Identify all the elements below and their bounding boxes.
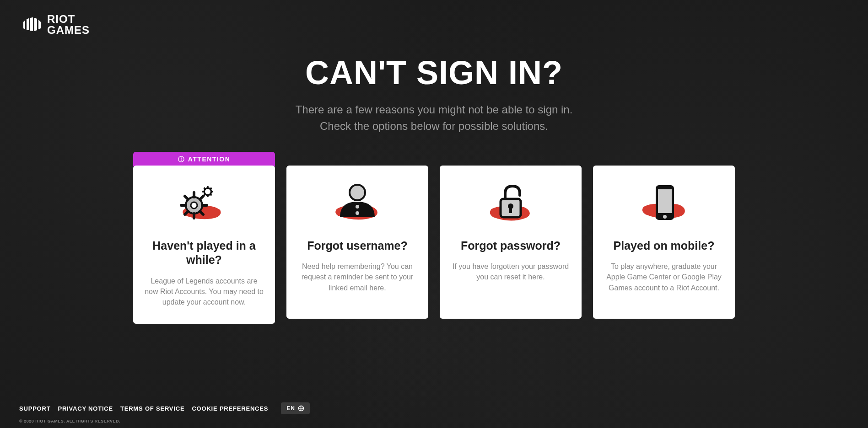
gear-icon [144, 179, 264, 230]
main-content: CAN'T SIGN IN? There are a few reasons y… [0, 49, 868, 394]
card-forgot-password: Forgot password? If you have forgotten y… [440, 166, 582, 324]
card-played-mobile-body[interactable]: Played on mobile? To play anywhere, grad… [593, 166, 735, 319]
svg-rect-29 [658, 189, 672, 213]
svg-point-23 [356, 205, 359, 209]
footer-link-terms[interactable]: TERMS OF SERVICE [120, 405, 184, 412]
logo-text: RIOT GAMES [47, 14, 90, 36]
footer: SUPPORT PRIVACY NOTICE TERMS OF SERVICE … [0, 394, 868, 428]
card-title: Played on mobile? [604, 239, 724, 253]
footer-links: SUPPORT PRIVACY NOTICE TERMS OF SERVICE … [19, 402, 849, 414]
svg-line-21 [200, 196, 203, 199]
svg-point-22 [350, 185, 365, 200]
card-title: Forgot password? [451, 239, 571, 253]
card-desc: To play anywhere, graduate your Apple Ga… [604, 261, 724, 293]
alert-icon [178, 156, 184, 162]
svg-point-2 [181, 160, 182, 161]
card-title: Haven't played in a while? [144, 239, 264, 268]
card-desc: If you have forgotten your password you … [451, 261, 571, 282]
page-subtitle: There are a few reasons you might not be… [296, 102, 573, 134]
svg-line-11 [210, 188, 212, 189]
mobile-icon [604, 179, 724, 230]
lock-icon [451, 179, 571, 230]
svg-point-24 [356, 211, 359, 215]
card-forgot-username-body[interactable]: Forgot username? Need help remembering? … [286, 166, 428, 319]
footer-link-support[interactable]: SUPPORT [19, 405, 50, 412]
fist-icon [21, 14, 43, 36]
user-icon [297, 179, 417, 230]
svg-line-8 [204, 188, 205, 189]
svg-point-13 [191, 202, 197, 209]
copyright: © 2020 RIOT GAMES. ALL RIGHTS RESERVED. [19, 419, 849, 423]
card-forgot-password-body[interactable]: Forgot password? If you have forgotten y… [440, 166, 582, 319]
riot-games-logo[interactable]: RIOT GAMES [21, 14, 847, 36]
card-havent-played: ATTENTION [133, 166, 275, 324]
svg-line-9 [210, 194, 212, 196]
attention-banner: ATTENTION [133, 152, 275, 166]
page-title: CAN'T SIGN IN? [305, 54, 563, 91]
footer-link-privacy[interactable]: PRIVACY NOTICE [58, 405, 113, 412]
card-forgot-username: Forgot username? Need help remembering? … [286, 166, 428, 324]
card-played-mobile: Played on mobile? To play anywhere, grad… [593, 166, 735, 324]
svg-rect-1 [181, 158, 181, 160]
globe-icon [298, 405, 304, 412]
card-desc: Need help remembering? You can request a… [297, 261, 417, 293]
cards-container: ATTENTION [133, 152, 735, 324]
svg-rect-27 [509, 207, 512, 213]
card-havent-played-body[interactable]: Haven't played in a while? League of Leg… [133, 166, 275, 324]
svg-point-3 [204, 188, 211, 195]
header: RIOT GAMES [0, 0, 868, 49]
card-title: Forgot username? [297, 239, 417, 253]
language-selector[interactable]: EN [281, 402, 310, 414]
card-desc: League of Legends accounts are now Riot … [144, 276, 264, 308]
footer-link-cookie[interactable]: COOKIE PREFERENCES [192, 405, 268, 412]
svg-point-30 [663, 215, 667, 219]
svg-line-18 [185, 196, 188, 199]
